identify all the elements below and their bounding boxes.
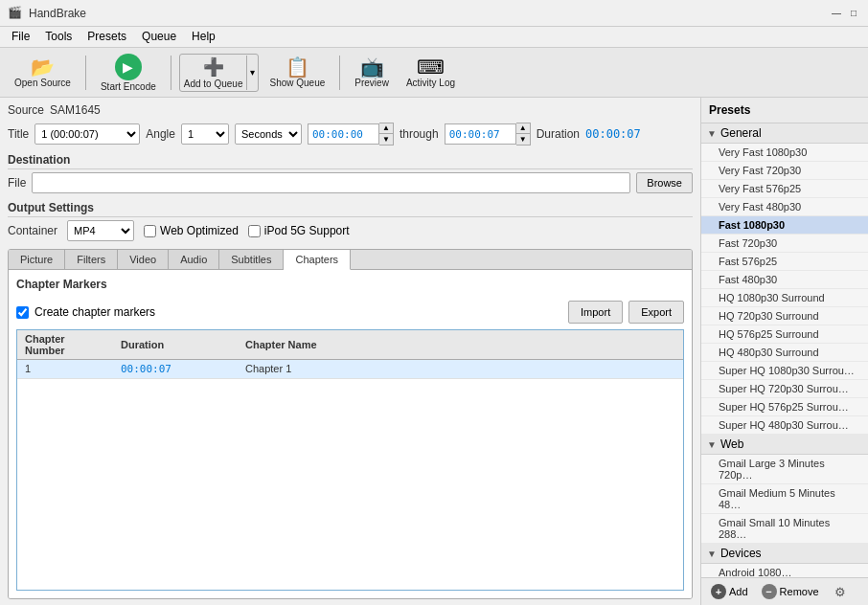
- preset-group-devices: ▼ Devices Android 1080…: [701, 544, 868, 577]
- preset-very-fast-480[interactable]: Very Fast 480p30: [701, 198, 868, 216]
- web-optimized-label: Web Optimized: [160, 224, 239, 237]
- preview-button[interactable]: 📺 Preview: [348, 55, 396, 91]
- start-encode-button[interactable]: ▶ Start Encode: [94, 51, 163, 95]
- menu-help[interactable]: Help: [184, 29, 223, 45]
- through-text: through: [400, 127, 439, 141]
- show-queue-button[interactable]: 📋 Show Queue: [263, 55, 331, 91]
- preset-superhq-576[interactable]: Super HQ 576p25 Surrou…: [701, 398, 868, 416]
- output-section: Output Settings Container MP4 Web Optimi…: [8, 201, 693, 241]
- preset-very-fast-576[interactable]: Very Fast 576p25: [701, 180, 868, 198]
- time-end-down[interactable]: ▼: [516, 134, 530, 145]
- open-source-button[interactable]: 📂 Open Source: [8, 55, 78, 91]
- duration-label: Duration: [537, 127, 580, 141]
- preset-gmail-small[interactable]: Gmail Small 10 Minutes 288…: [701, 514, 868, 544]
- chapter-panel: Chapter Markers Create chapter markers I…: [9, 270, 692, 598]
- menu-tools[interactable]: Tools: [37, 29, 80, 45]
- time-end-up[interactable]: ▲: [516, 123, 530, 134]
- import-button[interactable]: Import: [568, 301, 623, 324]
- show-queue-label: Show Queue: [269, 78, 325, 88]
- remove-preset-button[interactable]: − Remove: [758, 582, 823, 601]
- preset-group-devices-header[interactable]: ▼ Devices: [701, 544, 868, 564]
- container-select[interactable]: MP4: [67, 220, 134, 241]
- tab-video[interactable]: Video: [118, 250, 169, 269]
- gear-icon: ⚙: [833, 584, 848, 599]
- preset-fast-720[interactable]: Fast 720p30: [701, 235, 868, 253]
- activity-log-button[interactable]: ⌨ Activity Log: [400, 55, 462, 91]
- menu-file[interactable]: File: [4, 29, 37, 45]
- add-to-queue-button[interactable]: ➕ Add to Queue ▾: [179, 54, 260, 92]
- chapter-table: Chapter Number Duration Chapter Name 1 0…: [17, 330, 683, 379]
- time-start-input[interactable]: [308, 123, 379, 145]
- preset-android-1080[interactable]: Android 1080…: [701, 564, 868, 577]
- activity-log-icon: ⌨: [417, 57, 445, 77]
- preset-gmail-medium[interactable]: Gmail Medium 5 Minutes 48…: [701, 484, 868, 514]
- start-encode-icon: ▶: [115, 54, 142, 80]
- preset-hq-1080[interactable]: HQ 1080p30 Surround: [701, 289, 868, 307]
- menu-queue[interactable]: Queue: [134, 29, 184, 45]
- toolbar-separator-3: [339, 56, 340, 90]
- add-to-queue-label: Add to Queue: [184, 78, 243, 89]
- web-optimized-checkbox[interactable]: [144, 225, 156, 237]
- chapter-table-container: Chapter Number Duration Chapter Name 1 0…: [16, 329, 684, 591]
- remove-preset-label: Remove: [780, 586, 819, 597]
- settings-preset-button[interactable]: ⚙: [829, 582, 852, 601]
- chapter-actions: Create chapter markers Import Export: [16, 301, 684, 324]
- title-select[interactable]: 1 (00:00:07): [34, 123, 140, 145]
- time-start-up[interactable]: ▲: [379, 123, 393, 134]
- tab-subtitles[interactable]: Subtitles: [219, 250, 284, 269]
- time-start-group: ▲ ▼: [308, 123, 394, 146]
- right-panel: Presets ▼ General Very Fast 1080p30 Very…: [700, 98, 868, 605]
- time-end-input[interactable]: [445, 123, 516, 145]
- tab-filters[interactable]: Filters: [65, 250, 118, 269]
- create-chapter-checkbox[interactable]: [16, 306, 29, 319]
- preset-hq-480[interactable]: HQ 480p30 Surround: [701, 344, 868, 362]
- preset-superhq-480[interactable]: Super HQ 480p30 Surrou…: [701, 416, 868, 435]
- preset-hq-720[interactable]: HQ 720p30 Surround: [701, 307, 868, 325]
- preset-gmail-large[interactable]: Gmail Large 3 Minutes 720p…: [701, 455, 868, 484]
- create-chapter-row: Create chapter markers: [16, 305, 155, 319]
- menu-presets[interactable]: Presets: [80, 29, 134, 45]
- preview-icon: 📺: [360, 57, 384, 77]
- minimize-button[interactable]: —: [830, 7, 843, 20]
- time-start-down[interactable]: ▼: [379, 134, 393, 145]
- seconds-select[interactable]: Seconds: [235, 123, 302, 145]
- tab-bar: Picture Filters Video Audio Subtitles Ch…: [9, 250, 692, 270]
- preset-fast-480[interactable]: Fast 480p30: [701, 271, 868, 289]
- col-header-name: Chapter Name: [238, 330, 683, 360]
- source-label: Source: [8, 103, 44, 117]
- preset-superhq-720[interactable]: Super HQ 720p30 Surrou…: [701, 380, 868, 398]
- preset-group-web-header[interactable]: ▼ Web: [701, 435, 868, 455]
- preset-hq-576[interactable]: HQ 576p25 Surround: [701, 325, 868, 344]
- chapter-name-cell[interactable]: Chapter 1: [238, 360, 683, 379]
- preset-fast-1080[interactable]: Fast 1080p30: [701, 216, 868, 235]
- devices-collapse-icon: ▼: [707, 549, 717, 559]
- source-row: Source SAM1645: [8, 103, 693, 117]
- tab-picture[interactable]: Picture: [9, 250, 65, 269]
- preset-superhq-1080[interactable]: Super HQ 1080p30 Surrou…: [701, 362, 868, 380]
- file-input[interactable]: [32, 172, 630, 193]
- add-to-queue-main[interactable]: ➕ Add to Queue: [180, 55, 247, 91]
- add-to-queue-dropdown[interactable]: ▾: [246, 56, 258, 90]
- time-end-group: ▲ ▼: [445, 123, 531, 146]
- ipod-checkbox[interactable]: [248, 225, 261, 237]
- tab-chapters[interactable]: Chapters: [284, 250, 351, 270]
- output-row: Container MP4 Web Optimized iPod 5G Supp…: [8, 220, 693, 241]
- export-button[interactable]: Export: [628, 301, 684, 324]
- preset-fast-576[interactable]: Fast 576p25: [701, 253, 868, 271]
- remove-icon: −: [762, 584, 777, 599]
- web-collapse-icon: ▼: [707, 439, 717, 450]
- maximize-button[interactable]: □: [847, 7, 860, 20]
- browse-button[interactable]: Browse: [636, 172, 693, 193]
- title-row: Title 1 (00:00:07) Angle 1 Seconds ▲ ▼ t…: [8, 123, 693, 146]
- angle-select[interactable]: 1: [181, 123, 229, 145]
- preset-group-general-header[interactable]: ▼ General: [701, 123, 868, 144]
- add-preset-button[interactable]: + Add: [707, 582, 752, 601]
- col-header-duration: Duration: [113, 330, 238, 360]
- angle-label: Angle: [146, 127, 175, 141]
- tab-audio[interactable]: Audio: [169, 250, 219, 269]
- preset-very-fast-720[interactable]: Very Fast 720p30: [701, 162, 868, 180]
- preset-very-fast-1080[interactable]: Very Fast 1080p30: [701, 144, 868, 162]
- ipod-item: iPod 5G Support: [248, 224, 350, 237]
- web-group-label: Web: [720, 437, 743, 451]
- container-label: Container: [8, 224, 57, 237]
